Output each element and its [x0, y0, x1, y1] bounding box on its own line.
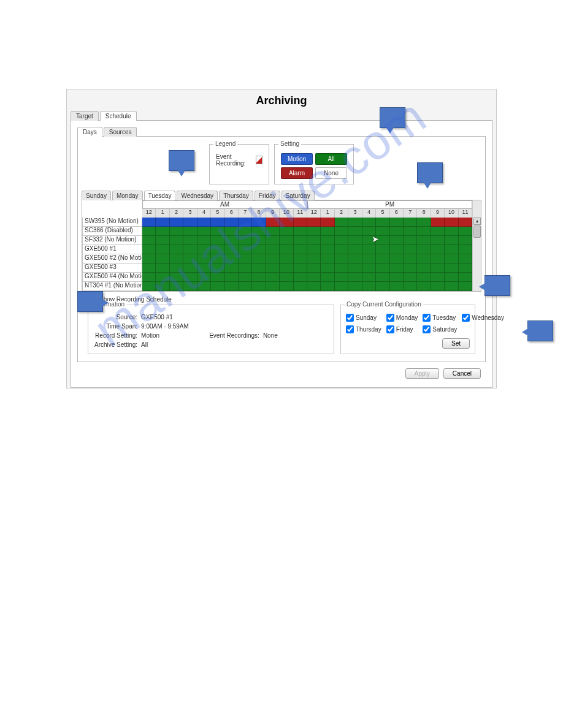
- source-row-label[interactable]: GXE500 #4 (No Motion): [82, 273, 142, 282]
- schedule-cell[interactable]: [445, 227, 458, 236]
- schedule-cell[interactable]: [294, 236, 307, 245]
- apply-button[interactable]: Apply: [405, 368, 439, 379]
- schedule-cell[interactable]: [142, 254, 156, 264]
- schedule-cell[interactable]: [417, 227, 431, 236]
- schedule-cell[interactable]: [348, 264, 362, 273]
- schedule-cell[interactable]: [431, 264, 445, 273]
- schedule-cell[interactable]: [431, 245, 445, 254]
- schedule-cell[interactable]: [321, 227, 334, 236]
- schedule-cell[interactable]: [225, 254, 239, 264]
- schedule-cell[interactable]: [170, 282, 183, 291]
- schedule-cell[interactable]: [183, 282, 197, 291]
- setting-alarm-button[interactable]: Alarm: [281, 167, 313, 179]
- schedule-cell[interactable]: [335, 273, 348, 282]
- schedule-cell[interactable]: [307, 282, 321, 291]
- source-row-label[interactable]: NT304 #1 (No Motion): [82, 282, 142, 291]
- schedule-cell[interactable]: [321, 282, 334, 291]
- schedule-cell[interactable]: [459, 218, 472, 227]
- schedule-cell[interactable]: [142, 282, 156, 291]
- copy-day-input[interactable]: [346, 314, 354, 322]
- schedule-cell[interactable]: [307, 218, 321, 227]
- schedule-row[interactable]: [142, 236, 472, 245]
- schedule-cell[interactable]: [348, 282, 362, 291]
- tab-friday[interactable]: Friday: [255, 191, 280, 200]
- copy-day-input[interactable]: [386, 325, 394, 333]
- schedule-cell[interactable]: [307, 273, 321, 282]
- tab-sunday[interactable]: Sunday: [82, 191, 111, 200]
- schedule-cell[interactable]: [321, 218, 334, 227]
- copy-day-checkbox[interactable]: Wednesday: [462, 314, 504, 322]
- schedule-cell[interactable]: [225, 282, 239, 291]
- schedule-cell[interactable]: [280, 254, 293, 264]
- schedule-row[interactable]: [142, 218, 472, 227]
- schedule-cell[interactable]: [321, 254, 334, 264]
- schedule-cell[interactable]: [197, 227, 211, 236]
- schedule-cell[interactable]: [170, 254, 183, 264]
- schedule-row[interactable]: [142, 273, 472, 282]
- tab-wednesday[interactable]: Wednesday: [177, 191, 218, 200]
- schedule-cell[interactable]: [404, 254, 417, 264]
- schedule-row[interactable]: [142, 245, 472, 254]
- schedule-cell[interactable]: [445, 218, 458, 227]
- schedule-cell[interactable]: [307, 236, 321, 245]
- schedule-cell[interactable]: [390, 273, 404, 282]
- schedule-cell[interactable]: [390, 236, 404, 245]
- schedule-cell[interactable]: [294, 218, 307, 227]
- schedule-cell[interactable]: [335, 264, 348, 273]
- schedule-cell[interactable]: [239, 227, 252, 236]
- schedule-cell[interactable]: [348, 227, 362, 236]
- schedule-cell[interactable]: [239, 218, 252, 227]
- schedule-cell[interactable]: [348, 273, 362, 282]
- schedule-cell[interactable]: [294, 245, 307, 254]
- schedule-cell[interactable]: [348, 254, 362, 264]
- schedule-cell[interactable]: [362, 245, 376, 254]
- schedule-row[interactable]: [142, 264, 472, 273]
- schedule-cell[interactable]: [390, 282, 404, 291]
- schedule-cell[interactable]: [183, 218, 197, 227]
- schedule-cell[interactable]: [459, 273, 472, 282]
- schedule-row[interactable]: [142, 282, 472, 291]
- schedule-cell[interactable]: [197, 236, 211, 245]
- schedule-cell[interactable]: [183, 236, 197, 245]
- schedule-cell[interactable]: [294, 264, 307, 273]
- schedule-cell[interactable]: [252, 254, 266, 264]
- schedule-cell[interactable]: [142, 236, 156, 245]
- copy-day-input[interactable]: [462, 314, 470, 322]
- schedule-cell[interactable]: [170, 264, 183, 273]
- schedule-cell[interactable]: [197, 218, 211, 227]
- schedule-cell[interactable]: [280, 264, 293, 273]
- set-button[interactable]: Set: [442, 338, 470, 349]
- schedule-cell[interactable]: [307, 227, 321, 236]
- schedule-cell[interactable]: [197, 282, 211, 291]
- schedule-cell[interactable]: [335, 282, 348, 291]
- copy-day-input[interactable]: [386, 314, 394, 322]
- schedule-cell[interactable]: [197, 264, 211, 273]
- setting-none-button[interactable]: None: [315, 167, 347, 179]
- scroll-up-icon[interactable]: ▴: [473, 218, 481, 225]
- schedule-cell[interactable]: [362, 264, 376, 273]
- schedule-cell[interactable]: [225, 264, 239, 273]
- schedule-cell[interactable]: [266, 218, 280, 227]
- schedule-cell[interactable]: [445, 273, 458, 282]
- schedule-cell[interactable]: [170, 218, 183, 227]
- source-row-label[interactable]: GXE500 #1: [82, 245, 142, 254]
- schedule-cell[interactable]: [390, 264, 404, 273]
- schedule-cell[interactable]: [225, 236, 239, 245]
- copy-day-input[interactable]: [423, 325, 431, 333]
- scroll-thumb[interactable]: [473, 226, 481, 238]
- schedule-cell[interactable]: [197, 245, 211, 254]
- schedule-cell[interactable]: [183, 254, 197, 264]
- schedule-cell[interactable]: [376, 254, 389, 264]
- schedule-cell[interactable]: [459, 282, 472, 291]
- schedule-cell[interactable]: [404, 273, 417, 282]
- schedule-cell[interactable]: [170, 236, 183, 245]
- schedule-row[interactable]: [142, 254, 472, 264]
- schedule-cell[interactable]: [459, 227, 472, 236]
- schedule-cell[interactable]: [335, 236, 348, 245]
- tab-thursday[interactable]: Thursday: [219, 191, 253, 200]
- schedule-cell[interactable]: [294, 227, 307, 236]
- schedule-cell[interactable]: [348, 245, 362, 254]
- schedule-cell[interactable]: [225, 245, 239, 254]
- schedule-cell[interactable]: [252, 264, 266, 273]
- schedule-cell[interactable]: [211, 227, 224, 236]
